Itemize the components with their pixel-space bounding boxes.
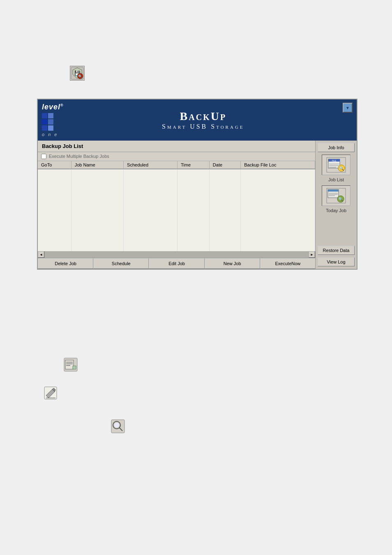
- backup-shield-icon: 💾 🔍: [70, 66, 84, 80]
- job-info-icon: FILE 🔍: [326, 157, 346, 173]
- main-panel: Backup Job List Execute Multiple Backup …: [38, 141, 316, 269]
- svg-rect-27: [73, 366, 76, 369]
- table-row: [38, 241, 315, 251]
- app-header: level® o n e BackUp Smart USB Storage: [38, 99, 357, 141]
- logo-cell-4: [48, 119, 53, 125]
- backup-subtitle: Smart USB Storage: [64, 123, 343, 130]
- job-list-title: Backup Job List: [42, 143, 83, 149]
- right-sidebar: Job Info FILE 🔍: [316, 141, 357, 269]
- job-table-container: GoTo Job Name Scheduled Time Date Backup…: [38, 161, 315, 251]
- scrollbar-right-button[interactable]: ►: [309, 251, 315, 258]
- execute-now-button[interactable]: ExecuteNow: [260, 258, 315, 269]
- bottom-icon-1: [64, 358, 78, 372]
- edit-job-button[interactable]: Edit Job: [149, 258, 204, 269]
- table-header-row: GoTo Job Name Scheduled Time Date Backup…: [38, 161, 315, 169]
- bottom-icon-1-area: [64, 358, 78, 373]
- job-list-header: Backup Job List: [38, 141, 315, 152]
- execute-multiple-checkbox[interactable]: [41, 154, 46, 159]
- table-row: [38, 231, 315, 241]
- job-table-body: [38, 169, 315, 251]
- backup-title: BackUp: [64, 110, 343, 123]
- col-date: Date: [209, 161, 240, 169]
- svg-point-33: [114, 423, 119, 428]
- logo-level-text: level®: [42, 103, 64, 112]
- execute-multiple-row: Execute Multiple Backup Jobs: [38, 152, 315, 161]
- svg-text:🔍: 🔍: [78, 74, 83, 79]
- job-list-icon: 🔍: [326, 187, 346, 204]
- logo-cell-5: [42, 125, 47, 131]
- col-time: Time: [177, 161, 209, 169]
- schedule-button[interactable]: Schedule: [93, 258, 149, 269]
- job-info-icon-button[interactable]: FILE 🔍: [322, 155, 350, 175]
- table-row: [38, 200, 315, 210]
- scrollbar-left-button[interactable]: ◄: [38, 251, 44, 258]
- today-job-sidebar-label: Today Job: [326, 208, 346, 213]
- app-content: Backup Job List Execute Multiple Backup …: [38, 141, 357, 269]
- execute-multiple-label: Execute Multiple Backup Jobs: [49, 154, 109, 159]
- col-scheduled: Scheduled: [124, 161, 178, 169]
- view-log-button[interactable]: View Log: [318, 257, 355, 266]
- logo-cell-3: [42, 119, 47, 125]
- delete-job-button[interactable]: Delete Job: [38, 258, 93, 269]
- bottom-icon-3: [111, 419, 125, 433]
- restore-data-button[interactable]: Restore Data: [318, 246, 355, 255]
- bottom-icon-2: [44, 386, 57, 400]
- app-logo: level® o n e: [42, 103, 64, 137]
- app-window: level® o n e BackUp Smart USB Storage: [37, 99, 357, 270]
- svg-rect-26: [66, 365, 70, 366]
- table-row: [38, 220, 315, 231]
- table-row: [38, 179, 315, 190]
- col-goto: GoTo: [38, 161, 71, 169]
- table-row: [38, 210, 315, 220]
- bottom-icon-3-area: [111, 419, 125, 435]
- logo-cell-6: [48, 125, 53, 131]
- job-list-icon-button[interactable]: 🔍: [322, 185, 350, 206]
- horizontal-scrollbar: ◄ ►: [38, 251, 315, 258]
- table-row: [38, 190, 315, 200]
- table-row: [38, 169, 315, 179]
- svg-rect-24: [66, 362, 73, 363]
- job-table: GoTo Job Name Scheduled Time Date Backup…: [38, 161, 315, 251]
- bottom-icon-2-area: [44, 386, 57, 401]
- top-app-icon: 💾 🔍: [70, 66, 85, 81]
- app-title: BackUp Smart USB Storage: [64, 110, 343, 130]
- new-job-button[interactable]: New Job: [205, 258, 260, 269]
- col-backup-file-loc: Backup File Loc: [241, 161, 315, 169]
- job-info-button[interactable]: Job Info: [318, 143, 355, 152]
- svg-rect-25: [66, 363, 73, 364]
- svg-rect-23: [65, 360, 74, 369]
- top-icon-area: 💾 🔍: [70, 66, 85, 81]
- header-minimize-button[interactable]: [343, 103, 353, 113]
- svg-text:🔍: 🔍: [338, 197, 344, 202]
- scrollbar-track[interactable]: [44, 251, 309, 258]
- logo-one-text: o n e: [42, 132, 64, 137]
- logo-cell-2: [48, 113, 53, 118]
- logo-cell-1: [42, 113, 47, 118]
- svg-rect-16: [328, 190, 339, 192]
- svg-text:FILE: FILE: [332, 160, 337, 162]
- col-job-name: Job Name: [71, 161, 123, 169]
- bottom-buttons: Delete Job Schedule Edit Job New Job Exe…: [38, 258, 315, 269]
- job-list-sidebar-label: Job List: [328, 177, 344, 182]
- svg-text:🔍: 🔍: [339, 166, 344, 171]
